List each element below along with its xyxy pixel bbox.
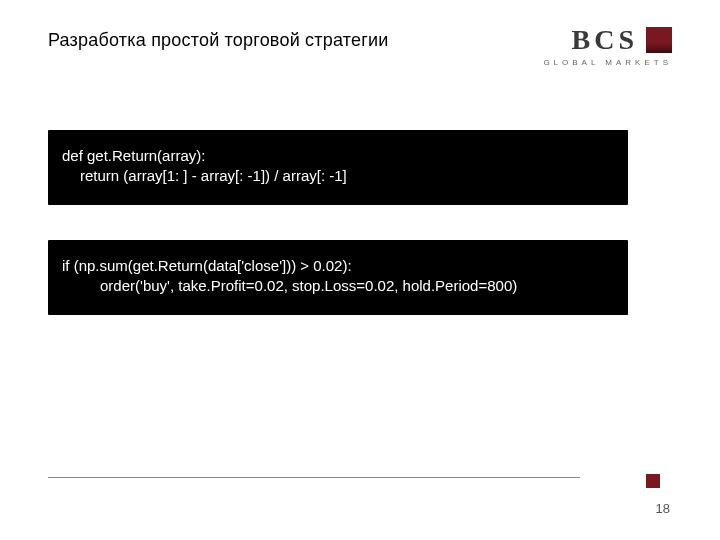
logo-letters: BCS xyxy=(572,24,638,56)
logo-square-icon xyxy=(646,27,672,53)
footer-divider xyxy=(48,477,580,478)
code-block-1: def get.Return(array): return (array[1: … xyxy=(48,130,628,205)
header: Разработка простой торговой стратегии BC… xyxy=(48,26,672,76)
logo: BCS GLOBAL MARKETS xyxy=(543,24,672,67)
code-line: def get.Return(array): xyxy=(62,146,614,166)
code-line: if (np.sum(get.Return(data['close'])) > … xyxy=(62,256,614,276)
code-line: order('buy', take.Profit=0.02, stop.Loss… xyxy=(62,276,614,296)
code-block-2: if (np.sum(get.Return(data['close'])) > … xyxy=(48,240,628,315)
logo-row: BCS xyxy=(572,24,672,56)
slide-title: Разработка простой торговой стратегии xyxy=(48,30,389,51)
footer-square-icon xyxy=(646,474,660,488)
logo-subtitle: GLOBAL MARKETS xyxy=(543,58,672,67)
code-line: return (array[1: ] - array[: -1]) / arra… xyxy=(62,166,614,186)
slide: Разработка простой торговой стратегии BC… xyxy=(0,0,720,540)
page-number: 18 xyxy=(656,501,670,516)
